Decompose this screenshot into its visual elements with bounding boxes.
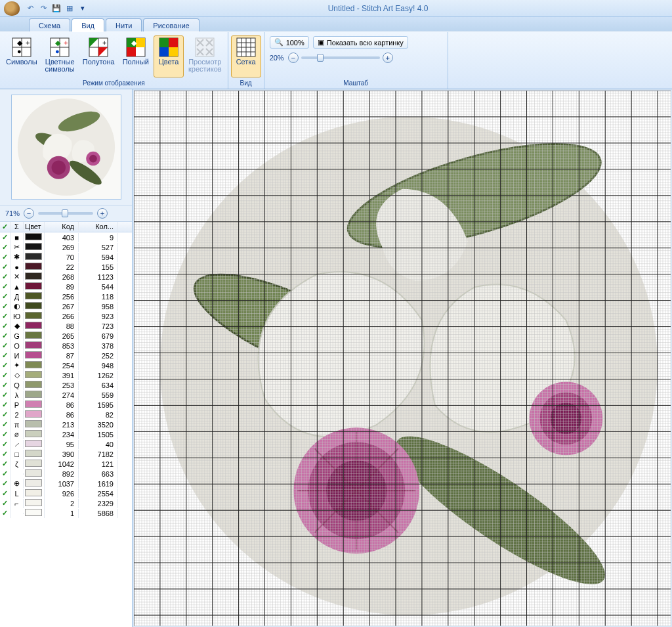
- table-row[interactable]: ✓ Q 253 634: [0, 380, 132, 390]
- check-icon[interactable]: ✓: [2, 391, 8, 399]
- canvas-area[interactable]: [133, 89, 672, 627]
- grid-button[interactable]: Сетка: [231, 35, 261, 77]
- check-icon[interactable]: ✓: [2, 509, 8, 517]
- preview-zoom-value: 71%: [5, 209, 20, 217]
- table-row[interactable]: ✓ ■ 403 9: [0, 232, 132, 242]
- col-symbol[interactable]: Σ: [10, 222, 24, 232]
- table-row[interactable]: ✓ ✂ 269 527: [0, 242, 132, 252]
- check-icon[interactable]: ✓: [2, 430, 8, 438]
- show-whole-image-button[interactable]: ▣Показать всю картинку: [313, 36, 408, 49]
- table-row[interactable]: ✓ □ 390 7182: [0, 449, 132, 459]
- save-icon[interactable]: 💾: [51, 3, 62, 14]
- full-button[interactable]: ◆ Полный: [119, 35, 152, 77]
- check-icon[interactable]: ✓: [2, 410, 8, 418]
- app-icon[interactable]: [4, 1, 20, 16]
- table-row[interactable]: ✓ 2 86 82: [0, 410, 132, 420]
- table-row[interactable]: ✓ ⊕ 1037 1619: [0, 479, 132, 488]
- table-row[interactable]: ✓ Ю 266 923: [0, 311, 132, 321]
- symbols-button[interactable]: ◆+● Символы: [3, 35, 41, 77]
- col-count[interactable]: Кол...: [79, 222, 118, 232]
- swatch-cell: [24, 351, 45, 360]
- table-row[interactable]: ✓ ● 22 155: [0, 262, 132, 272]
- check-icon[interactable]: ✓: [2, 469, 8, 477]
- table-row[interactable]: ✓ 892 663: [0, 469, 132, 479]
- zoom-out-button[interactable]: −: [288, 53, 299, 63]
- code-cell: 213: [45, 420, 79, 429]
- zoom-in-button[interactable]: +: [383, 53, 393, 63]
- check-icon[interactable]: ✓: [2, 450, 8, 458]
- check-icon[interactable]: ✓: [2, 292, 8, 300]
- color-symbols-button[interactable]: ◆+● Цветные символы: [42, 35, 78, 77]
- check-icon[interactable]: ✓: [2, 400, 8, 408]
- symbol-cell: ⌐: [10, 499, 24, 508]
- check-icon[interactable]: ✓: [2, 351, 8, 359]
- check-icon[interactable]: ✓: [2, 420, 8, 428]
- check-icon[interactable]: ✓: [2, 381, 8, 389]
- check-icon[interactable]: ✓: [2, 332, 8, 339]
- qat-dropdown-icon[interactable]: ▾: [77, 3, 88, 14]
- redo-icon[interactable]: ↷: [38, 3, 49, 14]
- table-row[interactable]: ✓ И 87 252: [0, 351, 132, 360]
- table-row[interactable]: ✓ L 926 2554: [0, 488, 132, 498]
- tab-scheme[interactable]: Схема: [29, 18, 70, 32]
- check-icon[interactable]: ✓: [2, 243, 8, 251]
- table-row[interactable]: ✓ ⌐ 2 2329: [0, 498, 132, 508]
- tab-drawing[interactable]: Рисование: [143, 18, 199, 32]
- count-cell: 527: [79, 243, 118, 252]
- check-icon[interactable]: ✓: [2, 322, 8, 330]
- check-icon[interactable]: ✓: [2, 499, 8, 507]
- check-icon[interactable]: ✓: [2, 253, 8, 261]
- table-row[interactable]: ✓ ζ 1042 121: [0, 459, 132, 469]
- svg-point-37: [89, 155, 97, 163]
- table-row[interactable]: ✓ ✱ 70 594: [0, 252, 132, 262]
- check-icon[interactable]: ✓: [2, 460, 8, 467]
- check-icon[interactable]: ✓: [2, 489, 8, 497]
- preview-image[interactable]: [11, 95, 121, 200]
- check-icon[interactable]: ✓: [2, 302, 8, 310]
- stitch-canvas[interactable]: [134, 91, 671, 626]
- table-row[interactable]: ✓ ◐ 267 958: [0, 301, 132, 311]
- table-row[interactable]: ✓ ◆ 88 723: [0, 321, 132, 331]
- col-color[interactable]: Цвет: [24, 222, 45, 232]
- zoom-100-button[interactable]: 🔍100%: [270, 36, 309, 49]
- check-icon[interactable]: ✓: [2, 479, 8, 487]
- check-icon[interactable]: ✓: [2, 312, 8, 320]
- code-cell: 88: [45, 322, 79, 331]
- check-icon[interactable]: ✓: [2, 263, 8, 270]
- svg-text:+: +: [64, 39, 68, 47]
- table-row[interactable]: ✓ Д 256 118: [0, 292, 132, 301]
- tab-view[interactable]: Вид: [72, 18, 104, 32]
- undo-icon[interactable]: ↶: [25, 3, 35, 14]
- table-row[interactable]: ✓ ◇ 391 1262: [0, 370, 132, 380]
- table-header[interactable]: ✓ Σ Цвет Код Кол...: [0, 222, 132, 232]
- check-icon[interactable]: ✓: [2, 361, 8, 369]
- halftones-button[interactable]: + Полутона: [79, 35, 118, 77]
- col-code[interactable]: Код: [45, 222, 79, 232]
- colors-button[interactable]: Цвета: [154, 35, 184, 77]
- color-table[interactable]: ✓ Σ Цвет Код Кол... ✓ ■ 403 9✓ ✂ 269 527…: [0, 222, 132, 627]
- table-row[interactable]: ✓ ⌀ 234 1505: [0, 429, 132, 439]
- zoom-slider[interactable]: − +: [288, 53, 393, 63]
- table-row[interactable]: ✓ P 86 1595: [0, 400, 132, 410]
- check-icon[interactable]: ✓: [2, 233, 8, 241]
- table-row[interactable]: ✓ 1 5868: [0, 508, 132, 518]
- table-row[interactable]: ✓ λ 274 559: [0, 390, 132, 400]
- check-icon[interactable]: ✓: [2, 371, 8, 379]
- table-row[interactable]: ✓ ✕ 268 1123: [0, 272, 132, 282]
- check-icon[interactable]: ✓: [2, 272, 8, 280]
- check-icon[interactable]: ✓: [2, 282, 8, 290]
- table-row[interactable]: ✓ ⟋ 95 40: [0, 439, 132, 449]
- check-icon[interactable]: ✓: [2, 341, 8, 349]
- table-row[interactable]: ✓ π 213 3520: [0, 420, 132, 429]
- preview-zoom-out-button[interactable]: −: [24, 208, 34, 219]
- preview-zoom-in-button[interactable]: +: [97, 208, 108, 219]
- check-all-icon[interactable]: ✓: [2, 223, 8, 230]
- preview-zoom-slider[interactable]: [38, 212, 93, 215]
- check-icon[interactable]: ✓: [2, 440, 8, 448]
- table-row[interactable]: ✓ ▲ 89 544: [0, 282, 132, 292]
- tab-threads[interactable]: Нити: [106, 18, 142, 32]
- table-row[interactable]: ✓ G 265 679: [0, 331, 132, 341]
- table-row[interactable]: ✓ ✦ 254 948: [0, 360, 132, 370]
- app-menu-icon[interactable]: ▦: [64, 3, 75, 14]
- table-row[interactable]: ✓ O 853 378: [0, 341, 132, 351]
